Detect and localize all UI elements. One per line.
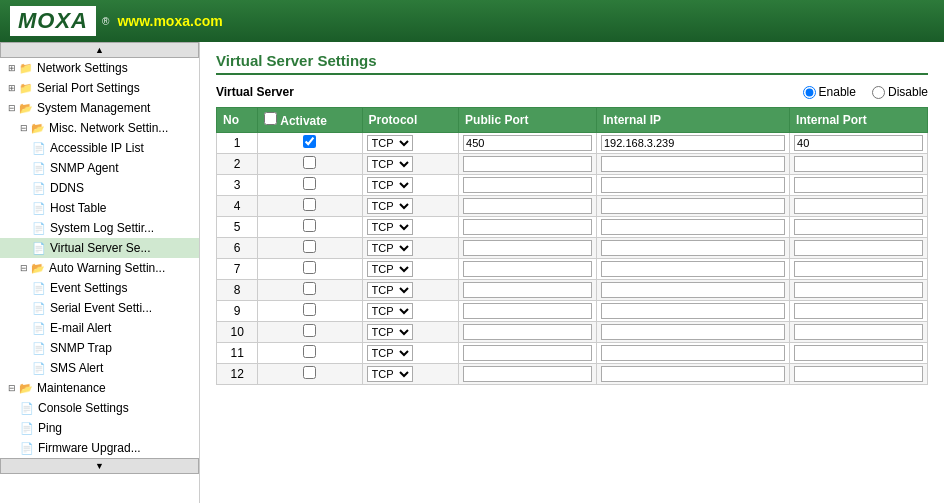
cell-protocol[interactable]: TCPUDP (362, 364, 459, 385)
protocol-select[interactable]: TCPUDP (367, 177, 413, 193)
cell-protocol[interactable]: TCPUDP (362, 175, 459, 196)
public-port-input[interactable] (463, 261, 592, 277)
public-port-input[interactable] (463, 324, 592, 340)
sidebar-item-serial-port-settings[interactable]: ⊞ 📁 Serial Port Settings (0, 78, 199, 98)
sidebar-item-serial-event[interactable]: 📄 Serial Event Setti... (0, 298, 199, 318)
cell-public-port[interactable] (459, 154, 597, 175)
cell-public-port[interactable] (459, 196, 597, 217)
activate-checkbox[interactable] (303, 324, 316, 337)
internal-ip-input[interactable] (601, 324, 785, 340)
activate-checkbox[interactable] (303, 156, 316, 169)
cell-internal-ip[interactable] (597, 364, 790, 385)
cell-activate[interactable] (258, 364, 362, 385)
internal-port-input[interactable] (794, 324, 923, 340)
cell-internal-ip[interactable] (597, 175, 790, 196)
internal-ip-input[interactable] (601, 240, 785, 256)
cell-public-port[interactable] (459, 175, 597, 196)
sidebar-item-system-log[interactable]: 📄 System Log Settir... (0, 218, 199, 238)
sidebar-item-console-settings[interactable]: 📄 Console Settings (0, 398, 199, 418)
internal-ip-input[interactable] (601, 282, 785, 298)
internal-ip-input[interactable] (601, 366, 785, 382)
cell-protocol[interactable]: TCPUDP (362, 238, 459, 259)
cell-internal-port[interactable] (790, 238, 928, 259)
cell-public-port[interactable] (459, 343, 597, 364)
internal-port-input[interactable] (794, 219, 923, 235)
cell-protocol[interactable]: TCPUDP (362, 154, 459, 175)
protocol-select[interactable]: TCPUDP (367, 240, 413, 256)
cell-internal-port[interactable] (790, 343, 928, 364)
protocol-select[interactable]: TCPUDP (367, 324, 413, 340)
cell-internal-port[interactable] (790, 133, 928, 154)
internal-ip-input[interactable] (601, 135, 785, 151)
sidebar-item-host-table[interactable]: 📄 Host Table (0, 198, 199, 218)
protocol-select[interactable]: TCPUDP (367, 156, 413, 172)
cell-activate[interactable] (258, 196, 362, 217)
enable-radio-option[interactable]: Enable (803, 85, 856, 99)
cell-internal-ip[interactable] (597, 154, 790, 175)
cell-internal-ip[interactable] (597, 343, 790, 364)
cell-activate[interactable] (258, 238, 362, 259)
cell-activate[interactable] (258, 175, 362, 196)
internal-ip-input[interactable] (601, 219, 785, 235)
internal-ip-input[interactable] (601, 303, 785, 319)
cell-protocol[interactable]: TCPUDP (362, 322, 459, 343)
protocol-select[interactable]: TCPUDP (367, 282, 413, 298)
activate-checkbox[interactable] (303, 345, 316, 358)
sidebar-item-firmware-upgrade[interactable]: 📄 Firmware Upgrad... (0, 438, 199, 458)
protocol-select[interactable]: TCPUDP (367, 135, 413, 151)
enable-radio[interactable] (803, 86, 816, 99)
activate-checkbox[interactable] (303, 177, 316, 190)
public-port-input[interactable] (463, 135, 592, 151)
cell-internal-port[interactable] (790, 322, 928, 343)
public-port-input[interactable] (463, 366, 592, 382)
cell-activate[interactable] (258, 259, 362, 280)
cell-activate[interactable] (258, 280, 362, 301)
internal-ip-input[interactable] (601, 198, 785, 214)
activate-checkbox[interactable] (303, 303, 316, 316)
protocol-select[interactable]: TCPUDP (367, 261, 413, 277)
activate-checkbox[interactable] (303, 366, 316, 379)
scroll-down-button[interactable]: ▼ (0, 458, 199, 474)
cell-public-port[interactable] (459, 301, 597, 322)
sidebar-item-snmp-agent[interactable]: 📄 SNMP Agent (0, 158, 199, 178)
sidebar-item-system-management[interactable]: ⊟ 📂 System Management (0, 98, 199, 118)
sidebar-item-snmp-trap[interactable]: 📄 SNMP Trap (0, 338, 199, 358)
cell-public-port[interactable] (459, 322, 597, 343)
cell-protocol[interactable]: TCPUDP (362, 133, 459, 154)
protocol-select[interactable]: TCPUDP (367, 345, 413, 361)
cell-internal-port[interactable] (790, 280, 928, 301)
internal-port-input[interactable] (794, 240, 923, 256)
cell-public-port[interactable] (459, 217, 597, 238)
cell-internal-port[interactable] (790, 301, 928, 322)
sidebar-item-virtual-server[interactable]: 📄 Virtual Server Se... (0, 238, 199, 258)
sidebar-item-auto-warning[interactable]: ⊟ 📂 Auto Warning Settin... (0, 258, 199, 278)
internal-port-input[interactable] (794, 366, 923, 382)
cell-internal-port[interactable] (790, 259, 928, 280)
internal-ip-input[interactable] (601, 156, 785, 172)
public-port-input[interactable] (463, 282, 592, 298)
cell-internal-ip[interactable] (597, 196, 790, 217)
internal-ip-input[interactable] (601, 177, 785, 193)
cell-internal-ip[interactable] (597, 280, 790, 301)
disable-radio[interactable] (872, 86, 885, 99)
public-port-input[interactable] (463, 303, 592, 319)
activate-all-checkbox[interactable] (264, 112, 277, 125)
scroll-up-button[interactable]: ▲ (0, 42, 199, 58)
protocol-select[interactable]: TCPUDP (367, 198, 413, 214)
cell-internal-ip[interactable] (597, 217, 790, 238)
internal-ip-input[interactable] (601, 345, 785, 361)
cell-internal-port[interactable] (790, 154, 928, 175)
activate-checkbox[interactable] (303, 261, 316, 274)
sidebar-item-email-alert[interactable]: 📄 E-mail Alert (0, 318, 199, 338)
cell-internal-port[interactable] (790, 217, 928, 238)
cell-internal-port[interactable] (790, 196, 928, 217)
internal-port-input[interactable] (794, 282, 923, 298)
public-port-input[interactable] (463, 198, 592, 214)
sidebar-item-event-settings[interactable]: 📄 Event Settings (0, 278, 199, 298)
cell-protocol[interactable]: TCPUDP (362, 343, 459, 364)
cell-public-port[interactable] (459, 280, 597, 301)
activate-checkbox[interactable] (303, 282, 316, 295)
activate-checkbox[interactable] (303, 240, 316, 253)
internal-port-input[interactable] (794, 303, 923, 319)
public-port-input[interactable] (463, 177, 592, 193)
